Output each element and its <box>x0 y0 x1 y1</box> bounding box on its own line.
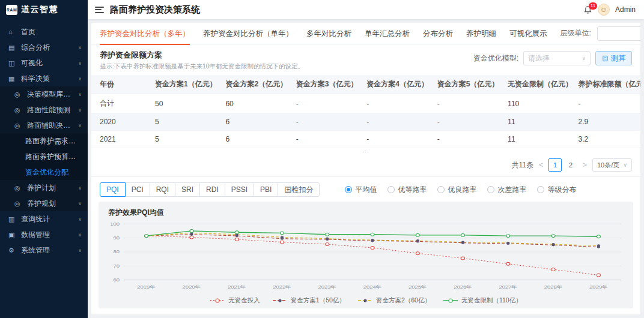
sidebar: RAM 道云智慧 ⌂首页▤综合分析∨◫可视化∨▦科学决策∧◎决策模型库管理∨◎路… <box>0 0 88 318</box>
page-size-value: 10条/页 <box>597 161 619 170</box>
metric-button[interactable]: PBI <box>254 182 278 197</box>
radio-icon <box>487 186 494 193</box>
sidebar-item[interactable]: ◎决策模型库管理∨ <box>0 86 88 102</box>
metric-button[interactable]: SRI <box>175 182 200 197</box>
dot-icon: ◎ <box>14 122 23 130</box>
analysis-icon: ▤ <box>8 44 17 52</box>
top-header: 路面养护投资决策系统 11 ☺ Admin <box>88 0 644 19</box>
username[interactable]: Admin <box>615 5 636 14</box>
metric-button[interactable]: PQI <box>100 182 126 197</box>
sidebar-item[interactable]: ⚙系统管理∨ <box>0 242 88 258</box>
sidebar-item[interactable]: ◎养护计划∨ <box>0 180 88 196</box>
decision-icon: ▦ <box>8 75 17 83</box>
legend-item[interactable]: 资金方案1（50亿） <box>272 296 345 305</box>
sidebar-item-label: 资金优化分配 <box>25 167 68 178</box>
calculate-button[interactable]: 测算 <box>595 51 632 65</box>
column-header: 无资金限制（亿元） <box>499 75 570 94</box>
radio-label: 优等路率 <box>398 185 427 195</box>
sidebar-item[interactable]: ▤综合分析∨ <box>0 40 88 55</box>
page-title: 路面养护投资决策系统 <box>110 4 200 16</box>
table-cell: - <box>288 131 358 148</box>
stat-radio[interactable]: 次差路率 <box>487 185 526 195</box>
tab[interactable]: 养护明细 <box>466 23 496 44</box>
collapse-menu-icon[interactable] <box>95 7 104 13</box>
tab[interactable]: 多年对比分析 <box>306 23 351 44</box>
stat-radio[interactable]: 优等路率 <box>387 185 427 195</box>
sidebar-item[interactable]: ◎路面辅助决策分析∧ <box>0 118 88 133</box>
pagination-total: 共11条 <box>512 160 533 170</box>
stat-radio[interactable]: 等级分布 <box>537 185 576 195</box>
tab[interactable]: 养护资金对比分析（单年） <box>203 23 293 44</box>
metric-button[interactable]: PCI <box>125 182 150 197</box>
radio-icon <box>437 186 445 193</box>
app-logo[interactable]: RAM 道云智慧 <box>0 0 88 19</box>
chevron-down-icon: ∨ <box>76 61 82 66</box>
sidebar-item[interactable]: 资金优化分配 <box>0 164 88 180</box>
table-cell: - <box>358 113 428 131</box>
sidebar-item-label: 首页 <box>21 27 35 37</box>
prev-page-button[interactable]: < <box>538 161 544 169</box>
sidebar-item[interactable]: ◎养护规划∨ <box>0 196 88 211</box>
stat-radio[interactable]: 平均值 <box>345 185 377 195</box>
legend-item[interactable]: 无资金投入 <box>210 296 260 305</box>
plan-panel-head: 养护资金限额方案 提示:下表中养护标准限额是基于未来10年都无资金限制的情况下的… <box>91 44 640 75</box>
sidebar-item[interactable]: ▦科学决策∧ <box>0 71 88 86</box>
logo-badge-icon: RAM <box>6 5 17 15</box>
database-icon: ▣ <box>8 231 17 239</box>
table-row: 合计5060---110- <box>91 94 640 113</box>
metric-button[interactable]: PSSI <box>225 182 254 197</box>
table-cell: 11 <box>499 113 570 131</box>
sidebar-item[interactable]: ▣数据管理∨ <box>0 227 88 242</box>
metric-button[interactable]: RDI <box>199 182 225 197</box>
sidebar-item[interactable]: ◎路面性能预测∨ <box>0 102 88 118</box>
legend-item[interactable]: 无资金限制（110亿） <box>443 296 522 305</box>
legend-marker-icon <box>357 298 373 304</box>
tab[interactable]: 分布分析 <box>423 23 453 44</box>
user-avatar[interactable]: ☺ <box>598 4 610 16</box>
sidebar-item[interactable]: ◫可视化∨ <box>0 55 88 71</box>
sidebar-item[interactable]: 路面养护需求分析 <box>0 133 88 149</box>
legend-label: 资金方案1（50亿） <box>291 296 345 305</box>
svg-text:80: 80 <box>113 249 120 254</box>
level-unit-select[interactable]: ∨ <box>597 26 640 41</box>
next-page-button[interactable]: > <box>582 161 588 169</box>
stat-radio-group: 平均值优等路率优良路率次差路率等级分布 <box>345 185 576 195</box>
dot-icon: ◎ <box>14 106 23 114</box>
legend-label: 无资金投入 <box>228 296 260 305</box>
plan-panel-titles: 养护资金限额方案 提示:下表中养护标准限额是基于未来10年都无资金限制的情况下的… <box>100 50 304 71</box>
tab[interactable]: 单年汇总分析 <box>365 23 410 44</box>
table-cell: 3.2 <box>570 131 640 148</box>
page-button[interactable]: 1 <box>548 158 562 172</box>
tab[interactable]: 养护资金对比分析（多年） <box>100 23 190 44</box>
plan-panel-title: 养护资金限额方案 <box>100 50 304 61</box>
pqi-line-chart: 607080901002019年2020年2021年2022年2023年2024… <box>99 219 633 293</box>
model-select[interactable]: 请选择 ∨ <box>523 51 591 65</box>
table-cell: 6 <box>217 131 287 148</box>
sidebar-item-label: 养护规划 <box>27 199 56 209</box>
chevron-down-icon: ∨ <box>76 248 82 253</box>
metric-button[interactable]: 国检扣分 <box>278 182 320 197</box>
column-header: 资金方案1（亿元） <box>147 75 217 94</box>
stat-radio[interactable]: 优良路率 <box>437 185 476 195</box>
chart-panel: 养护效果PQI均值 607080901002019年2020年2021年2022… <box>99 202 633 308</box>
sidebar-item[interactable]: ▥查询统计∨ <box>0 211 88 227</box>
logo-text: 道云智慧 <box>21 4 58 15</box>
chevron-down-icon: ∨ <box>582 55 586 61</box>
page-size-select[interactable]: 10条/页 ∨ <box>592 158 632 172</box>
notification-bell[interactable]: 11 <box>583 5 592 14</box>
plan-table: 年份资金方案1（亿元）资金方案2（亿元）资金方案3（亿元）资金方案4（亿元）资金… <box>91 75 640 148</box>
page-button[interactable]: 2 <box>564 158 577 172</box>
plan-panel-subtitle: 提示:下表中养护标准限额是基于未来10年都无资金限制的情况下的设定。 <box>100 62 304 71</box>
sidebar-item[interactable]: ⌂首页 <box>0 24 88 40</box>
table-cell: - <box>570 94 640 113</box>
radio-icon <box>537 186 544 193</box>
sidebar-item-label: 科学决策 <box>21 74 50 84</box>
tab[interactable]: 可视化展示 <box>509 23 547 44</box>
notification-badge: 11 <box>589 2 597 10</box>
legend-item[interactable]: 资金方案2（60亿） <box>357 296 431 305</box>
radio-icon <box>387 186 395 193</box>
sidebar-menu: ⌂首页▤综合分析∨◫可视化∨▦科学决策∧◎决策模型库管理∨◎路面性能预测∨◎路面… <box>0 19 88 258</box>
chart-controls: PQIPCIRQISRIRDIPSSIPBI国检扣分 平均值优等路率优良路率次差… <box>91 177 640 200</box>
sidebar-item[interactable]: 路面养护预算分析 <box>0 149 88 164</box>
metric-button[interactable]: RQI <box>150 182 175 197</box>
